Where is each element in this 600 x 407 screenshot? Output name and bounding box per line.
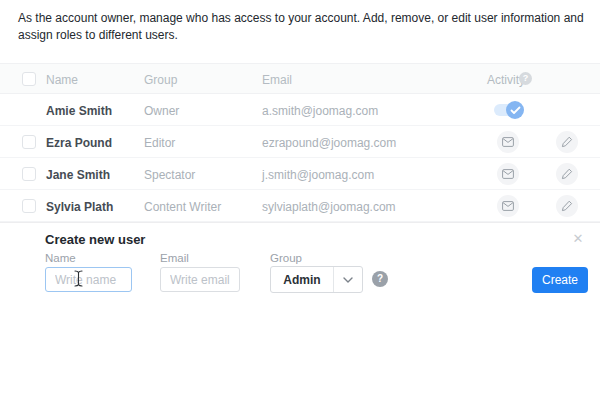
group-selected-value: Admin [271, 273, 333, 287]
user-name: Sylvia Plath [46, 200, 113, 214]
create-new-user-panel: Create new user ✕ Name Email Group Admin… [0, 222, 600, 407]
row-checkbox[interactable] [22, 167, 36, 181]
envelope-icon [502, 169, 514, 179]
user-name: Jane Smith [46, 168, 110, 182]
select-all-checkbox[interactable] [22, 72, 36, 86]
send-mail-button[interactable] [497, 131, 519, 153]
user-email: j.smith@joomag.com [262, 168, 374, 182]
edit-user-button[interactable] [556, 131, 578, 153]
table-header: Name Group Email Activity ? [0, 63, 600, 94]
email-input[interactable] [160, 267, 240, 292]
create-button[interactable]: Create [532, 267, 588, 293]
activity-help-icon[interactable]: ? [519, 72, 532, 85]
edit-pen-icon [561, 200, 573, 212]
group-help-icon[interactable]: ? [372, 271, 388, 287]
edit-user-button[interactable] [556, 195, 578, 217]
send-mail-button[interactable] [497, 163, 519, 185]
user-table: Amie Smith Owner a.smith@joomag.com Ezra… [0, 94, 600, 222]
group-field-label: Group [270, 252, 302, 264]
user-email: a.smith@joomag.com [262, 104, 378, 118]
table-row: Jane Smith Spectator j.smith@joomag.com [0, 158, 600, 190]
envelope-icon [502, 201, 514, 211]
user-email: ezrapound@joomag.com [262, 136, 396, 150]
table-row: Amie Smith Owner a.smith@joomag.com [0, 94, 600, 126]
row-checkbox[interactable] [22, 135, 36, 149]
send-mail-button[interactable] [497, 195, 519, 217]
edit-pen-icon [561, 136, 573, 148]
user-name: Amie Smith [46, 104, 112, 118]
chevron-down-icon [333, 267, 362, 292]
email-field-label: Email [160, 252, 189, 264]
table-row: Ezra Pound Editor ezrapound@joomag.com [0, 126, 600, 158]
user-group: Content Writer [144, 200, 221, 214]
edit-user-button[interactable] [556, 163, 578, 185]
group-select[interactable]: Admin [270, 266, 363, 293]
user-email: sylviaplath@joomag.com [262, 200, 396, 214]
column-header-email: Email [262, 73, 292, 87]
column-header-group: Group [144, 73, 177, 87]
envelope-icon [502, 137, 514, 147]
activity-toggle[interactable] [494, 104, 524, 116]
name-field-label: Name [45, 252, 76, 264]
user-name: Ezra Pound [46, 136, 112, 150]
panel-title: Create new user [45, 232, 145, 247]
close-icon[interactable]: ✕ [570, 231, 586, 247]
users-management-page: As the account owner, manage who has acc… [0, 0, 600, 407]
user-group: Owner [144, 104, 179, 118]
user-group: Spectator [144, 168, 195, 182]
page-description: As the account owner, manage who has acc… [18, 10, 584, 44]
user-group: Editor [144, 136, 175, 150]
row-checkbox[interactable] [22, 199, 36, 213]
name-input[interactable] [45, 267, 132, 292]
toggle-knob-check-icon [506, 101, 524, 119]
edit-pen-icon [561, 168, 573, 180]
table-row: Sylvia Plath Content Writer sylviaplath@… [0, 190, 600, 222]
column-header-name: Name [46, 73, 78, 87]
